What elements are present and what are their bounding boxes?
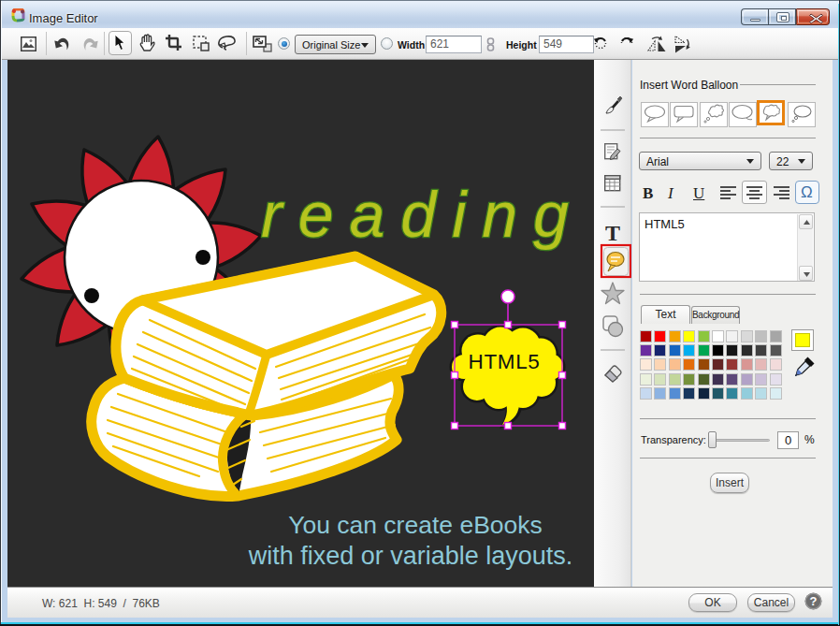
svg-text:reading: reading <box>261 179 585 250</box>
svg-text:You can create eBooks: You can create eBooks <box>288 511 543 539</box>
svg-text:T: T <box>605 221 620 245</box>
svg-text:?: ? <box>810 594 818 608</box>
svg-text:with fixed or variable layouts: with fixed or variable layouts. <box>248 542 573 570</box>
svg-text:HTML5: HTML5 <box>469 350 541 373</box>
